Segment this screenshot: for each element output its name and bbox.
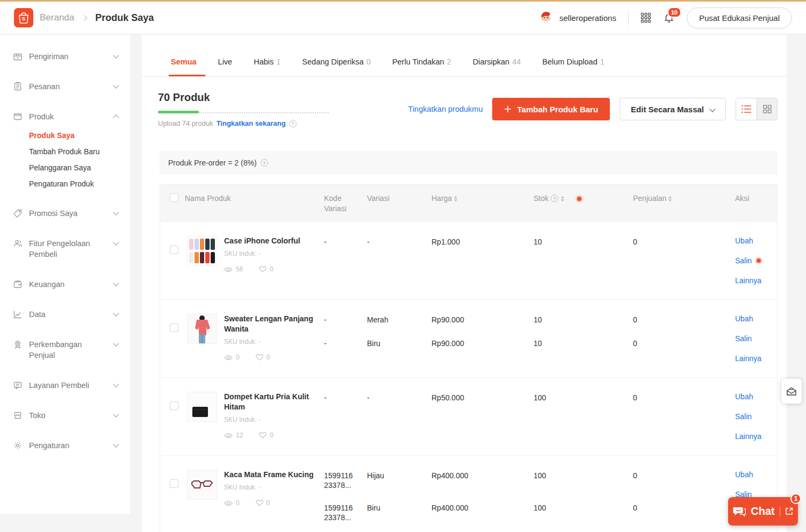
help-icon[interactable]: [261, 159, 268, 167]
row-checkbox[interactable]: [170, 401, 178, 410]
apps-grid-icon[interactable]: [641, 12, 651, 23]
lainnya-link[interactable]: Lainnya: [735, 432, 777, 441]
notification-count-badge: 10: [667, 7, 681, 18]
salin-link[interactable]: Salin: [735, 256, 752, 265]
variasi-value: -: [367, 222, 431, 299]
sidebar-item-produk[interactable]: Produk: [0, 111, 130, 122]
notifications-bell-icon[interactable]: 10: [663, 12, 675, 24]
sidebar-item-keuangan[interactable]: Keuangan: [0, 279, 130, 290]
row-checkbox[interactable]: [170, 479, 178, 488]
variasi-value: -: [367, 378, 431, 455]
chevron-down-icon: [113, 280, 119, 286]
chat-button[interactable]: Chat 1: [728, 497, 798, 526]
upload-quota-text: Upload 74 produk: [158, 119, 213, 127]
ubah-link[interactable]: Ubah: [735, 314, 777, 323]
sidebar-item-pengaturan-produk[interactable]: Pengaturan Produk: [29, 176, 130, 192]
sidebar-item-pengaturan[interactable]: Pengaturan: [0, 440, 130, 451]
sidebar-item-tambah-produk-baru[interactable]: Tambah Produk Baru: [29, 143, 130, 160]
harga-values: Rp400.000 Rp400.000: [431, 456, 534, 532]
chevron-down-icon: [113, 441, 119, 447]
sidebar-item-toko[interactable]: Toko: [0, 410, 130, 421]
ubah-link[interactable]: Ubah: [735, 236, 777, 245]
views-count: 56: [236, 265, 243, 273]
view-toggle: [736, 98, 778, 120]
product-sku: SKU Induk: -: [224, 484, 314, 491]
product-image-glasses: [187, 470, 217, 500]
salin-link[interactable]: Salin: [735, 412, 777, 421]
select-all-checkbox[interactable]: [170, 193, 178, 202]
sidebar-item-pesanan[interactable]: Pesanan: [0, 81, 130, 92]
product-box-icon: [13, 112, 23, 121]
likes-icon: [259, 432, 267, 438]
boost-products-link[interactable]: Tingkatkan produkmu: [408, 105, 483, 113]
store-icon: [13, 411, 23, 420]
tab-belum-diupload[interactable]: Belum Diupload1: [542, 47, 604, 76]
ubah-link[interactable]: Ubah: [735, 470, 777, 479]
sidebar-item-perkembangan-penjual[interactable]: Perkembangan Penjual: [0, 339, 130, 361]
shipping-box-icon: [13, 52, 23, 61]
product-status-tabs: Semua Live Habis1 Sedang Diperiksa0 Perl…: [142, 47, 787, 77]
product-name[interactable]: Dompet Kartu Pria Kulit Hitam: [224, 392, 314, 412]
harga-value: Rp1.000: [431, 222, 534, 299]
breadcrumb: S Beranda Produk Saya: [14, 8, 154, 27]
likes-count: 0: [270, 432, 274, 439]
sort-penjualan-icon[interactable]: [668, 196, 672, 202]
salin-link[interactable]: Salin: [735, 334, 777, 343]
shopee-logo-icon[interactable]: S: [14, 8, 33, 27]
chevron-down-icon: [113, 381, 119, 387]
add-product-button[interactable]: Tambah Produk Baru: [492, 98, 610, 120]
chat-bubble-icon: [13, 380, 23, 390]
table-header: Nama Produk Kode Variasi Variasi Harga S…: [160, 185, 777, 221]
penjualan-values: 0 0: [633, 456, 735, 532]
sort-stok-icon[interactable]: [561, 196, 564, 202]
user-menu[interactable]: selleroperations: [538, 9, 616, 27]
breadcrumb-home[interactable]: Beranda: [40, 12, 74, 23]
top-bar: S Beranda Produk Saya selleroperations 1…: [0, 2, 806, 34]
lainnya-link[interactable]: Lainnya: [735, 354, 777, 363]
sidebar-item-fitur-pengelolaan-pembeli[interactable]: Fitur Pengelolaan Pembeli: [0, 238, 130, 260]
list-view-button[interactable]: [736, 98, 757, 120]
tab-sedang-diperiksa[interactable]: Sedang Diperiksa0: [302, 47, 371, 76]
chevron-down-icon: [113, 52, 119, 58]
sidebar-item-promosi-saya[interactable]: Promosi Saya: [0, 208, 130, 219]
buyers-people-icon: [13, 239, 23, 248]
envelope-icon: [786, 387, 797, 396]
tab-live[interactable]: Live: [218, 47, 233, 76]
product-name[interactable]: Kaca Mata Frame Kucing: [224, 470, 314, 480]
sidebar-item-produk-saya[interactable]: Produk Saya: [29, 127, 130, 143]
product-image-wallet: [187, 392, 217, 422]
username: selleroperations: [559, 13, 616, 23]
tab-habis[interactable]: Habis1: [254, 47, 280, 76]
harga-values: Rp90.000 Rp90.000: [431, 300, 534, 377]
education-center-button[interactable]: Pusat Edukasi Penjual: [687, 8, 792, 28]
upgrade-now-link[interactable]: Tingkatkan sekarang: [217, 119, 286, 127]
lainnya-link[interactable]: Lainnya: [735, 276, 777, 285]
sidebar-item-pengiriman[interactable]: Pengiriman: [0, 51, 130, 62]
views-icon: [224, 433, 233, 438]
row-checkbox[interactable]: [170, 323, 178, 332]
tab-diarsipkan[interactable]: Diarsipkan44: [473, 47, 521, 76]
sidebar-item-data[interactable]: Data: [0, 309, 130, 320]
product-name[interactable]: Sweater Lengan Panjang Wanita: [224, 314, 314, 334]
product-name[interactable]: Case iPhone Colorful: [224, 236, 300, 246]
sidebar-item-layanan-pembeli[interactable]: Layanan Pembeli: [0, 380, 130, 391]
grid-view-button[interactable]: [757, 98, 777, 120]
chat-icon: [733, 506, 746, 517]
bulk-edit-button[interactable]: Edit Secara Massal: [620, 98, 726, 120]
chevron-down-icon: [113, 82, 119, 88]
sidebar-item-pelanggaran-saya[interactable]: Pelanggaran Saya: [29, 160, 130, 176]
ubah-link[interactable]: Ubah: [735, 392, 777, 401]
help-icon[interactable]: [551, 195, 558, 202]
help-icon[interactable]: [289, 120, 297, 127]
tab-perlu-tindakan[interactable]: Perlu Tindakan2: [392, 47, 451, 76]
chat-unread-badge: 1: [790, 493, 801, 504]
row-checkbox[interactable]: [170, 246, 178, 254]
feedback-mail-widget[interactable]: [781, 379, 802, 404]
sort-harga-icon[interactable]: [454, 196, 457, 202]
gear-icon: [13, 441, 23, 450]
chevron-down-icon: [113, 310, 119, 316]
views-count: 12: [236, 432, 243, 439]
tab-semua[interactable]: Semua: [171, 47, 197, 76]
expand-icon: [785, 507, 793, 515]
chevron-up-icon: [113, 114, 119, 120]
